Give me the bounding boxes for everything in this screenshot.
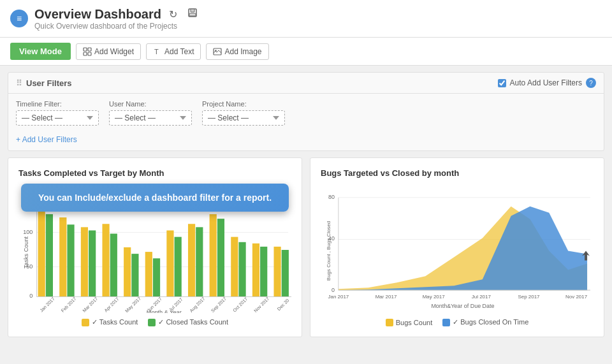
user-filters-body: Timeline Filter: — Select — User Name: —… — [8, 94, 604, 132]
svg-text:Feb 2017: Feb 2017 — [61, 296, 78, 313]
svg-text:May 2017: May 2017 — [124, 296, 142, 313]
username-filter-select[interactable]: — Select — — [109, 110, 192, 126]
svg-text:T: T — [154, 48, 159, 55]
legend-label-tasks: ✓ Tasks Count — [92, 318, 138, 326]
legend-label-closed: ✓ Closed Tasks Count — [158, 318, 228, 326]
legend-bugs-count: Bugs Count — [386, 318, 432, 326]
add-widget-button[interactable]: Add Widget — [76, 43, 141, 60]
username-filter-label: User Name: — [109, 100, 192, 108]
svg-text:Oct 2017: Oct 2017 — [232, 296, 249, 313]
svg-rect-33 — [153, 258, 160, 296]
svg-rect-27 — [110, 234, 117, 297]
page-title-text: Overview Dashboard — [34, 7, 161, 22]
svg-rect-39 — [196, 227, 203, 296]
page-subtitle: Quick Overview dashboard of the Projects — [34, 22, 602, 31]
svg-rect-5 — [84, 52, 87, 55]
add-filter-link[interactable]: + Add User Filters — [16, 133, 77, 147]
legend-tasks-count: ✓ Tasks Count — [82, 318, 138, 326]
widget-icon — [83, 47, 92, 56]
view-mode-button[interactable]: View Mode — [10, 43, 71, 60]
header: ≡ Overview Dashboard ↻ Quick Overview da… — [0, 0, 612, 38]
svg-text:Nov 2017: Nov 2017 — [253, 296, 270, 313]
toolbar: View Mode Add Widget T Add Text Add Imag… — [0, 38, 612, 66]
tooltip-text: You can Include/exclude a dashboard filt… — [38, 193, 272, 203]
svg-rect-26 — [102, 224, 109, 296]
timeline-filter-label: Timeline Filter: — [16, 100, 99, 108]
svg-rect-30 — [131, 254, 138, 296]
svg-text:May 2017: May 2017 — [423, 294, 446, 300]
bar-tasks-jan — [38, 207, 45, 297]
header-title-block: Overview Dashboard ↻ Quick Overview dash… — [34, 6, 602, 31]
svg-rect-47 — [252, 244, 259, 297]
svg-rect-29 — [124, 247, 131, 296]
legend-closed-tasks: ✓ Closed Tasks Count — [148, 318, 228, 326]
right-chart-panel: Bugs Targeted vs Closed by month 80 40 0… — [310, 157, 604, 337]
svg-text:100: 100 — [23, 229, 33, 235]
add-text-label: Add Text — [164, 47, 194, 56]
app-icon: ≡ — [10, 10, 28, 27]
refresh-button[interactable]: ↻ — [166, 7, 180, 22]
tooltip-overlay: You can Include/exclude a dashboard filt… — [21, 184, 289, 212]
text-icon: T — [153, 47, 162, 56]
left-chart-panel: Tasks Completed vs Target by Month You c… — [8, 157, 302, 337]
legend-color-bugs — [386, 319, 393, 326]
svg-text:Aug 2017: Aug 2017 — [189, 296, 206, 313]
legend-label-bugs-closed: ✓ Bugs Closed On Time — [453, 318, 528, 326]
svg-text:Jan 2017: Jan 2017 — [328, 294, 349, 300]
page-title: Overview Dashboard ↻ — [34, 6, 602, 22]
svg-rect-44 — [231, 237, 238, 297]
project-filter-select[interactable]: — Select — — [202, 110, 285, 126]
svg-text:Mar 2017: Mar 2017 — [82, 296, 99, 313]
svg-rect-20 — [59, 217, 66, 296]
legend-bugs-closed: ✓ Bugs Closed On Time — [442, 318, 528, 326]
add-image-label: Add Image — [224, 47, 261, 56]
user-filters-right: Auto Add User Filters ? — [498, 78, 596, 88]
right-chart-legend: Bugs Count ✓ Bugs Closed On Time — [321, 318, 594, 326]
svg-rect-50 — [273, 247, 280, 296]
svg-rect-41 — [210, 214, 217, 296]
drag-handle-icon: ⠿ — [16, 78, 22, 88]
image-icon — [213, 47, 222, 56]
timeline-filter-group: Timeline Filter: — Select — — [16, 100, 99, 126]
svg-rect-23 — [81, 227, 88, 296]
svg-text:80: 80 — [328, 194, 335, 200]
svg-rect-36 — [175, 237, 182, 297]
add-image-button[interactable]: Add Image — [206, 43, 268, 60]
legend-label-bugs: Bugs Count — [396, 319, 432, 326]
svg-text:Jul 2017: Jul 2017 — [472, 294, 492, 300]
legend-color-closed — [148, 319, 156, 326]
add-text-button[interactable]: T Add Text — [146, 43, 201, 60]
app-icon-symbol: ≡ — [17, 13, 22, 24]
project-filter-group: Project Name: — Select — — [202, 100, 285, 126]
area-chart-svg: 80 40 0 Bugs Count , Bugs Closed — [321, 186, 594, 313]
legend-color-bugs-closed — [442, 319, 450, 326]
svg-rect-24 — [89, 230, 96, 296]
svg-rect-1 — [191, 9, 194, 12]
svg-text:Jan 2017: Jan 2017 — [39, 296, 55, 313]
svg-text:Mar 2017: Mar 2017 — [375, 294, 397, 300]
svg-rect-6 — [88, 52, 91, 55]
bar-closed-jan — [46, 214, 53, 296]
timeline-filter-select[interactable]: — Select — — [16, 110, 99, 126]
save-button[interactable] — [185, 6, 200, 22]
svg-text:0: 0 — [29, 293, 33, 299]
auto-add-checkbox[interactable] — [498, 79, 506, 87]
svg-text:Tasks Count: Tasks Count — [23, 236, 29, 268]
svg-rect-51 — [282, 250, 289, 296]
svg-rect-2 — [189, 13, 196, 16]
user-filters-header: ⠿ User Filters Auto Add User Filters ? — [8, 73, 604, 94]
svg-text:Nov 2017: Nov 2017 — [565, 294, 588, 300]
left-chart-title: Tasks Completed vs Target by Month — [18, 168, 291, 178]
svg-text:Dec 20: Dec 20 — [277, 298, 291, 312]
svg-rect-21 — [67, 224, 74, 296]
svg-rect-38 — [188, 224, 195, 296]
svg-text:0: 0 — [332, 287, 335, 293]
svg-rect-42 — [217, 219, 224, 296]
left-chart-legend: ✓ Tasks Count ✓ Closed Tasks Count — [18, 318, 291, 326]
user-filters-title: ⠿ User Filters — [16, 78, 72, 88]
help-icon[interactable]: ? — [586, 78, 596, 88]
area-chart-container: 80 40 0 Bugs Count , Bugs Closed — [321, 186, 594, 313]
svg-text:Apr 2017: Apr 2017 — [103, 296, 120, 313]
svg-rect-35 — [166, 230, 173, 296]
svg-rect-4 — [88, 48, 91, 51]
